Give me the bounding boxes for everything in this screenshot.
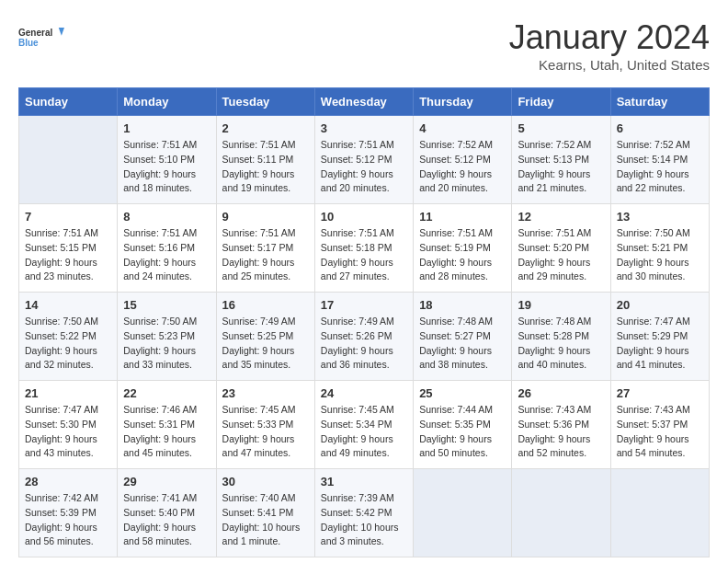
calendar-cell: 21 Sunrise: 7:47 AM Sunset: 5:30 PM Dayl…: [19, 381, 118, 469]
cell-info: Sunrise: 7:52 AM Sunset: 5:12 PM Dayligh…: [419, 138, 506, 196]
sunrise-label: Sunrise: 7:51 AM: [222, 139, 296, 150]
cell-info: Sunrise: 7:47 AM Sunset: 5:30 PM Dayligh…: [25, 403, 111, 461]
sunrise-label: Sunrise: 7:49 AM: [321, 316, 394, 327]
sunset-label: Sunset: 5:11 PM: [222, 154, 294, 165]
month-title: January 2024: [509, 18, 710, 57]
sunset-label: Sunset: 5:26 PM: [321, 330, 392, 341]
sunset-label: Sunset: 5:12 PM: [321, 154, 392, 165]
sunset-label: Sunset: 5:27 PM: [419, 330, 491, 341]
sunrise-label: Sunrise: 7:40 AM: [222, 492, 296, 503]
sunrise-label: Sunrise: 7:50 AM: [617, 227, 690, 238]
day-number: 12: [518, 210, 604, 224]
day-number: 31: [321, 475, 407, 488]
daylight-label: Daylight: 9 hours and 19 minutes.: [222, 168, 295, 194]
day-number: 6: [617, 121, 703, 135]
calendar-cell: [414, 469, 512, 557]
week-row-4: 21 Sunrise: 7:47 AM Sunset: 5:30 PM Dayl…: [19, 381, 710, 469]
sunrise-label: Sunrise: 7:50 AM: [123, 316, 197, 327]
cell-info: Sunrise: 7:46 AM Sunset: 5:31 PM Dayligh…: [123, 403, 210, 461]
sunset-label: Sunset: 5:31 PM: [123, 419, 195, 430]
sunset-label: Sunset: 5:23 PM: [123, 330, 195, 341]
cell-info: Sunrise: 7:51 AM Sunset: 5:10 PM Dayligh…: [123, 138, 210, 196]
day-number: 29: [123, 475, 210, 488]
day-number: 5: [518, 121, 604, 135]
daylight-label: Daylight: 9 hours and 40 minutes.: [518, 345, 590, 371]
sunset-label: Sunset: 5:12 PM: [419, 154, 491, 165]
daylight-label: Daylight: 10 hours and 1 minute.: [222, 522, 301, 547]
cell-info: Sunrise: 7:48 AM Sunset: 5:28 PM Dayligh…: [518, 315, 604, 373]
sunrise-label: Sunrise: 7:48 AM: [518, 316, 591, 327]
sunrise-label: Sunrise: 7:49 AM: [222, 316, 296, 327]
cell-info: Sunrise: 7:49 AM Sunset: 5:26 PM Dayligh…: [321, 315, 407, 373]
calendar-table: SundayMondayTuesdayWednesdayThursdayFrid…: [18, 87, 710, 557]
daylight-label: Daylight: 9 hours and 28 minutes.: [419, 257, 492, 282]
calendar-cell: 18 Sunrise: 7:48 AM Sunset: 5:27 PM Dayl…: [414, 293, 512, 381]
sunset-label: Sunset: 5:35 PM: [419, 419, 491, 430]
daylight-label: Daylight: 9 hours and 29 minutes.: [518, 257, 590, 282]
day-number: 21: [25, 386, 111, 400]
calendar-cell: 16 Sunrise: 7:49 AM Sunset: 5:25 PM Dayl…: [216, 293, 314, 381]
sunset-label: Sunset: 5:36 PM: [518, 419, 589, 430]
calendar-cell: 7 Sunrise: 7:51 AM Sunset: 5:15 PM Dayli…: [19, 204, 118, 293]
calendar-cell: 19 Sunrise: 7:48 AM Sunset: 5:28 PM Dayl…: [512, 293, 610, 381]
day-number: 16: [222, 298, 309, 312]
sunrise-label: Sunrise: 7:48 AM: [419, 316, 493, 327]
daylight-label: Daylight: 9 hours and 47 minutes.: [222, 433, 295, 459]
sunset-label: Sunset: 5:17 PM: [222, 242, 294, 253]
cell-info: Sunrise: 7:51 AM Sunset: 5:11 PM Dayligh…: [222, 138, 309, 196]
col-header-monday: Monday: [118, 88, 216, 116]
day-number: 19: [518, 298, 604, 312]
col-header-thursday: Thursday: [414, 88, 512, 116]
daylight-label: Daylight: 9 hours and 21 minutes.: [518, 168, 590, 194]
calendar-cell: 30 Sunrise: 7:40 AM Sunset: 5:41 PM Dayl…: [216, 469, 314, 557]
cell-info: Sunrise: 7:50 AM Sunset: 5:21 PM Dayligh…: [617, 226, 703, 284]
sunrise-label: Sunrise: 7:41 AM: [123, 492, 197, 503]
sunset-label: Sunset: 5:29 PM: [617, 330, 688, 341]
day-number: 22: [123, 386, 210, 400]
sunrise-label: Sunrise: 7:52 AM: [617, 139, 690, 150]
day-number: 11: [419, 210, 506, 224]
daylight-label: Daylight: 9 hours and 35 minutes.: [222, 345, 295, 371]
daylight-label: Daylight: 9 hours and 20 minutes.: [419, 168, 492, 194]
sunset-label: Sunset: 5:42 PM: [321, 507, 392, 518]
day-number: 10: [321, 210, 407, 224]
day-number: 7: [25, 210, 111, 224]
sunrise-label: Sunrise: 7:51 AM: [222, 227, 296, 238]
sunset-label: Sunset: 5:22 PM: [25, 330, 97, 341]
sunrise-label: Sunrise: 7:51 AM: [419, 227, 493, 238]
sunrise-label: Sunrise: 7:43 AM: [617, 404, 690, 415]
calendar-cell: 8 Sunrise: 7:51 AM Sunset: 5:16 PM Dayli…: [118, 204, 216, 293]
calendar-cell: 12 Sunrise: 7:51 AM Sunset: 5:20 PM Dayl…: [512, 204, 610, 293]
cell-info: Sunrise: 7:45 AM Sunset: 5:33 PM Dayligh…: [222, 403, 309, 461]
sunset-label: Sunset: 5:14 PM: [617, 154, 688, 165]
sunrise-label: Sunrise: 7:45 AM: [222, 404, 296, 415]
day-number: 30: [222, 475, 309, 488]
cell-info: Sunrise: 7:48 AM Sunset: 5:27 PM Dayligh…: [419, 315, 506, 373]
calendar-cell: [610, 469, 709, 557]
col-header-friday: Friday: [512, 88, 610, 116]
cell-info: Sunrise: 7:52 AM Sunset: 5:14 PM Dayligh…: [617, 138, 703, 196]
calendar-cell: 11 Sunrise: 7:51 AM Sunset: 5:19 PM Dayl…: [414, 204, 512, 293]
sunrise-label: Sunrise: 7:44 AM: [419, 404, 493, 415]
sunset-label: Sunset: 5:25 PM: [222, 330, 294, 341]
day-number: 24: [321, 386, 407, 400]
calendar-cell: 3 Sunrise: 7:51 AM Sunset: 5:12 PM Dayli…: [314, 116, 413, 204]
sunset-label: Sunset: 5:34 PM: [321, 419, 392, 430]
sunrise-label: Sunrise: 7:51 AM: [123, 227, 197, 238]
sunset-label: Sunset: 5:37 PM: [617, 419, 688, 430]
cell-info: Sunrise: 7:42 AM Sunset: 5:39 PM Dayligh…: [25, 491, 111, 549]
title-block: January 2024 Kearns, Utah, United States: [509, 18, 710, 73]
calendar-cell: 26 Sunrise: 7:43 AM Sunset: 5:36 PM Dayl…: [512, 381, 610, 469]
daylight-label: Daylight: 9 hours and 18 minutes.: [123, 168, 196, 194]
sunset-label: Sunset: 5:30 PM: [25, 419, 97, 430]
day-number: 18: [419, 298, 506, 312]
cell-info: Sunrise: 7:52 AM Sunset: 5:13 PM Dayligh…: [518, 138, 604, 196]
calendar-cell: [512, 469, 610, 557]
daylight-label: Daylight: 9 hours and 30 minutes.: [617, 257, 689, 282]
daylight-label: Daylight: 9 hours and 52 minutes.: [518, 433, 590, 459]
cell-info: Sunrise: 7:50 AM Sunset: 5:23 PM Dayligh…: [123, 315, 210, 373]
sunset-label: Sunset: 5:40 PM: [123, 507, 195, 518]
day-number: 13: [617, 210, 703, 224]
sunset-label: Sunset: 5:21 PM: [617, 242, 688, 253]
daylight-label: Daylight: 9 hours and 36 minutes.: [321, 345, 393, 371]
